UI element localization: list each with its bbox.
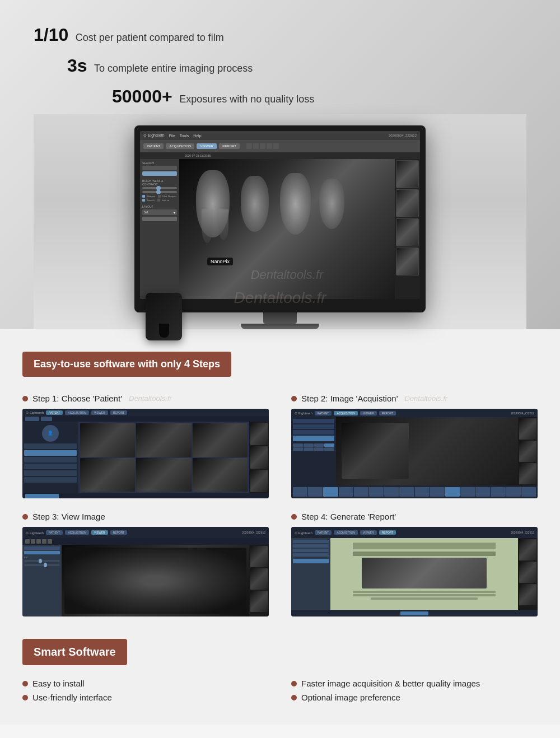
step-1-thumb-2[interactable] [250, 446, 268, 469]
step-4-acq-tab[interactable]: ACQUISITION [334, 530, 358, 535]
step-3-c-slider[interactable] [24, 564, 60, 566]
monitor-screen: ⊙ Eighteeth File Tools Help 20200804_222… [140, 131, 420, 299]
step-2-acq-tab[interactable]: ACQUISITION [334, 411, 358, 415]
patient-list-2[interactable] [24, 450, 77, 456]
tc-3[interactable] [323, 487, 338, 497]
tab-acquisition[interactable]: ACQUISITION [166, 143, 194, 149]
step-1-acq-tab[interactable]: ACQUISITION [65, 410, 89, 415]
feature-2: Use-friendly interface [22, 693, 269, 702]
step-3-patient-tab[interactable]: PATIENT [46, 530, 63, 535]
step-3-acq-tab[interactable]: ACQUISITION [65, 530, 89, 535]
patient-list-4[interactable] [24, 464, 77, 469]
step-1-viewer-tab[interactable]: VIEWER [91, 410, 108, 415]
step-3-tool-1[interactable] [25, 539, 30, 544]
step-3-thumb-3[interactable] [250, 591, 268, 612]
tc-8[interactable] [399, 487, 414, 497]
smooth-checkbox[interactable] [142, 199, 145, 202]
date-display: 20200804_222612 [389, 134, 417, 137]
step-3-thumb-1[interactable] [250, 546, 268, 567]
step-1-report-tab[interactable]: REPORT [110, 410, 128, 415]
step-2-thumb-2[interactable] [519, 441, 536, 462]
step-2-viewer-tab[interactable]: VIEWER [360, 411, 377, 415]
step-2-thumb-1[interactable] [519, 418, 536, 440]
step-2-capture-btn[interactable] [293, 436, 334, 441]
ultra-sharpen-check[interactable] [158, 195, 161, 198]
step-3-tool-2[interactable] [31, 539, 35, 544]
step-1-btn-1[interactable] [25, 417, 39, 421]
patient-list-5[interactable] [24, 470, 77, 476]
tc-2[interactable] [308, 487, 323, 497]
step-1-btn-2[interactable] [41, 417, 52, 421]
tab-viewer[interactable]: VIEWER [197, 143, 217, 149]
layout-dropdown[interactable]: 3x1 ▾ [142, 209, 177, 215]
step-1-thumb-3[interactable] [250, 470, 268, 492]
step-3-viewer-tab[interactable]: VIEWER [91, 530, 108, 535]
step-3-xray-large [64, 548, 246, 614]
tc-9[interactable] [415, 487, 430, 497]
tc-16[interactable] [521, 487, 536, 497]
tab-report[interactable]: REPORT [219, 143, 240, 149]
step-3-tool-4[interactable] [42, 539, 46, 544]
brightness-slider[interactable] [142, 187, 177, 189]
tooth-grid-7[interactable] [314, 447, 324, 451]
step-1-patient-tab[interactable]: PATIENT [46, 410, 63, 415]
tc-7[interactable] [384, 487, 399, 497]
step-4-generate-btn[interactable] [293, 559, 329, 563]
tooth-grid-3[interactable] [314, 443, 324, 447]
step-4-footer-btn[interactable] [400, 611, 428, 615]
reset-btn[interactable] [142, 217, 177, 221]
stat-line-1: 1/10 Cost per patient compared to film [34, 22, 526, 48]
step-4-viewer-tab[interactable]: VIEWER [360, 530, 377, 535]
tooth-grid-2[interactable] [304, 443, 314, 447]
step-3-search-btn[interactable] [24, 551, 60, 554]
sharpen-checkbox[interactable] [142, 195, 145, 198]
step-4-thumb-2[interactable] [519, 562, 536, 583]
search-btn[interactable] [142, 171, 177, 176]
tooth-grid-5[interactable] [293, 447, 303, 451]
tc-13[interactable] [475, 487, 490, 497]
thumb-3[interactable] [396, 218, 419, 246]
thumb-1[interactable] [396, 160, 419, 188]
tc-14[interactable] [491, 487, 505, 497]
tc-4[interactable] [339, 487, 353, 497]
tooth-grid-4[interactable] [324, 443, 334, 447]
step-3-thumb-2[interactable] [250, 568, 268, 590]
step-4-thumb-1[interactable] [519, 539, 536, 560]
tc-12[interactable] [460, 487, 475, 497]
search-input-field[interactable] [142, 166, 177, 170]
patient-list-3[interactable] [24, 457, 77, 463]
step-4-patient-tab[interactable]: PATIENT [315, 530, 332, 535]
tooth-grid-1[interactable] [293, 443, 303, 447]
inverse-check[interactable] [157, 199, 160, 202]
tc-6[interactable] [369, 487, 384, 497]
thumb-2[interactable] [396, 189, 419, 217]
tc-1[interactable] [293, 487, 307, 497]
tc-11[interactable] [445, 487, 460, 497]
step-1-thumb-1[interactable] [250, 423, 268, 445]
tooth-grid-8[interactable] [324, 447, 334, 451]
step-3-tool-3[interactable] [36, 539, 41, 544]
tc-5[interactable] [354, 487, 368, 497]
contrast-slider[interactable] [142, 191, 177, 193]
step-3-ui: ⊙ Eighteeth PATIENT ACQUISITION VIEWER R… [22, 527, 269, 616]
tab-patient[interactable]: PATIENT [143, 143, 164, 149]
step-2-screenshot: ⊙ Eighteeth PATIENT ACQUISITION VIEWER R… [291, 409, 538, 498]
tc-15[interactable] [506, 487, 521, 497]
step-2-tooth-chart [291, 485, 538, 498]
step-2-patient-tab[interactable]: PATIENT [315, 411, 332, 415]
tc-10[interactable] [430, 487, 445, 497]
step-4-thumb-3[interactable] [519, 584, 536, 605]
thumb-4[interactable] [396, 247, 419, 275]
step-3-b-slider[interactable] [24, 560, 60, 562]
step-2-report-tab[interactable]: REPORT [379, 411, 396, 415]
step-1-footer-btn[interactable] [25, 494, 59, 498]
step-4-report-tab[interactable]: REPORT [379, 530, 396, 535]
step-3-tool-5[interactable] [48, 539, 52, 544]
step-4-logo: ⊙ Eighteeth [295, 531, 312, 535]
patient-list-1[interactable] [24, 443, 77, 449]
step-2-thumb-3[interactable] [519, 463, 536, 484]
tooth-grid-6[interactable] [304, 447, 314, 451]
step-1-item: Step 1: Choose 'Patient' Dentaltools.fr … [22, 394, 269, 498]
step-3-report-tab[interactable]: REPORT [110, 530, 128, 535]
patient-list-6[interactable] [24, 477, 77, 483]
